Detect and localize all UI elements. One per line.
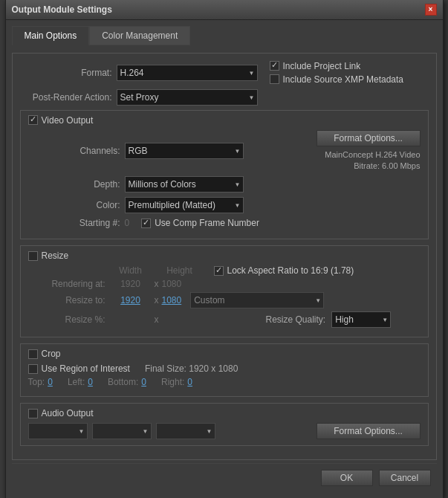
resize-quality-label: Resize Quality: bbox=[266, 314, 326, 325]
top-checkboxes: Include Project Link Include Source XMP … bbox=[270, 61, 404, 85]
format-row: Format: H.264 AVI QuickTime MP4 Include … bbox=[20, 61, 429, 85]
codec-info-line2: Bitrate: 6.00 Mbps bbox=[325, 161, 420, 172]
resize-pct-x-sep: x bbox=[155, 314, 159, 325]
video-output-section: Video Output Channels: RGB RGBA Alpha Fo… bbox=[20, 110, 429, 240]
use-comp-frame-text: Use Comp Frame Number bbox=[155, 218, 259, 228]
depth-row: Depth: Millions of Colors Trillions of C… bbox=[28, 176, 421, 193]
audio-select3-wrapper bbox=[156, 423, 215, 439]
resize-quality-select[interactable]: High Medium Low bbox=[331, 311, 391, 328]
rendering-h: 1080 bbox=[162, 279, 182, 289]
video-output-checkbox[interactable] bbox=[28, 115, 38, 125]
video-output-label: Video Output bbox=[42, 115, 94, 126]
codec-info: MainConcept H.264 Video Bitrate: 6.00 Mb… bbox=[325, 149, 420, 172]
resize-pct-label: Resize %: bbox=[36, 314, 110, 325]
use-comp-frame-checkbox[interactable] bbox=[141, 219, 151, 228]
resize-checkbox[interactable] bbox=[28, 251, 38, 261]
tab-color-management[interactable]: Color Management bbox=[89, 26, 190, 45]
close-button[interactable]: × bbox=[425, 4, 437, 16]
top-value[interactable]: 0 bbox=[48, 377, 53, 387]
include-project-link-checkbox[interactable] bbox=[270, 61, 279, 71]
depth-select[interactable]: Millions of Colors Trillions of Colors M… bbox=[125, 176, 244, 193]
resize-section: Resize Width Height Lock Aspect Ratio to… bbox=[20, 245, 429, 337]
rendering-x-sep: x bbox=[155, 279, 159, 289]
include-source-xmp-label[interactable]: Include Source XMP Metadata bbox=[270, 74, 404, 85]
dialog-title: Output Module Settings bbox=[12, 4, 112, 15]
dialog-window: Output Module Settings × Main Options Co… bbox=[5, 0, 444, 498]
tab-bar: Main Options Color Management bbox=[12, 26, 437, 45]
right-value[interactable]: 0 bbox=[187, 377, 192, 387]
tab-main-options[interactable]: Main Options bbox=[12, 26, 90, 45]
audio-select-1[interactable] bbox=[28, 423, 88, 439]
ok-button[interactable]: OK bbox=[321, 470, 373, 486]
rendering-at-label: Rendering at: bbox=[36, 279, 110, 289]
col-height-label: Height bbox=[159, 265, 201, 276]
dialog-content: Main Options Color Management Format: H.… bbox=[6, 20, 443, 498]
channels-select[interactable]: RGB RGBA Alpha bbox=[125, 143, 244, 159]
right-label: Right: bbox=[161, 377, 184, 387]
format-options-button[interactable]: Format Options... bbox=[316, 130, 421, 146]
depth-select-wrapper: Millions of Colors Trillions of Colors M… bbox=[125, 176, 244, 193]
video-output-title: Video Output bbox=[28, 115, 421, 126]
cancel-button[interactable]: Cancel bbox=[379, 470, 431, 486]
bottom-label: Bottom: bbox=[108, 377, 138, 387]
audio-select-2[interactable] bbox=[92, 423, 152, 439]
resize-to-label: Resize to: bbox=[36, 295, 110, 305]
audio-select2-wrapper bbox=[92, 423, 152, 439]
use-roi-label[interactable]: Use Region of Interest bbox=[28, 363, 130, 374]
format-select[interactable]: H.264 AVI QuickTime MP4 bbox=[117, 65, 258, 81]
channels-label: Channels: bbox=[28, 146, 125, 156]
depth-label: Depth: bbox=[28, 179, 125, 190]
include-source-xmp-checkbox[interactable] bbox=[270, 74, 279, 84]
codec-info-line1: MainConcept H.264 Video bbox=[325, 149, 420, 161]
resize-pct-row: Resize %: x Resize Quality: High Medium … bbox=[36, 311, 421, 328]
crop-title: Crop bbox=[28, 349, 421, 359]
audio-select-3[interactable] bbox=[156, 423, 215, 439]
main-panel: Format: H.264 AVI QuickTime MP4 Include … bbox=[12, 53, 437, 461]
starting-label: Starting #: bbox=[28, 218, 125, 228]
crop-checkbox[interactable] bbox=[28, 349, 38, 359]
resize-to-row: Resize to: 1920 x 1080 Custom NTSC DV PA… bbox=[36, 292, 421, 308]
audio-format-options-button[interactable]: Format Options... bbox=[316, 423, 421, 439]
lock-aspect-text: Lock Aspect Ratio to 16:9 (1.78) bbox=[227, 265, 354, 276]
use-roi-text: Use Region of Interest bbox=[42, 363, 130, 374]
audio-select1-wrapper bbox=[28, 423, 88, 439]
bottom-value[interactable]: 0 bbox=[141, 377, 146, 387]
use-roi-checkbox[interactable] bbox=[28, 364, 38, 374]
color-select[interactable]: Premultiplied (Matted) Straight (Unmatte… bbox=[125, 197, 244, 213]
resize-title: Resize bbox=[28, 250, 421, 261]
use-comp-frame-label[interactable]: Use Comp Frame Number bbox=[141, 218, 259, 228]
rendering-at-row: Rendering at: 1920 x 1080 bbox=[36, 279, 421, 289]
audio-output-section: Audio Output bbox=[20, 403, 429, 446]
color-row: Color: Premultiplied (Matted) Straight (… bbox=[28, 197, 421, 213]
final-size-text: Final Size: 1920 x 1080 bbox=[145, 363, 238, 374]
crop-section: Crop Use Region of Interest Final Size: … bbox=[20, 343, 429, 397]
starting-value: 0 bbox=[125, 218, 130, 228]
crop-use-roi-row: Use Region of Interest Final Size: 1920 … bbox=[28, 363, 421, 374]
resize-quality-select-wrapper: High Medium Low bbox=[331, 311, 391, 328]
resize-custom-select[interactable]: Custom NTSC DV PAL DV 720p 1080p bbox=[190, 292, 324, 308]
crop-values-row: Top: 0 Left: 0 Bottom: 0 Right: 0 bbox=[28, 377, 421, 387]
title-bar: Output Module Settings × bbox=[6, 0, 443, 20]
top-label: Top: bbox=[28, 377, 45, 387]
include-project-link-label[interactable]: Include Project Link bbox=[270, 61, 404, 71]
post-render-select[interactable]: Set Proxy Import Import & Replace Usage … bbox=[117, 89, 258, 106]
rendering-w: 1920 bbox=[110, 279, 152, 289]
audio-output-checkbox[interactable] bbox=[28, 409, 38, 418]
channels-row: Channels: RGB RGBA Alpha Format Options.… bbox=[28, 130, 421, 172]
dialog-footer: OK Cancel bbox=[12, 463, 437, 492]
format-label: Format: bbox=[20, 68, 117, 78]
resize-to-w[interactable]: 1920 bbox=[110, 295, 152, 305]
format-select-wrapper: H.264 AVI QuickTime MP4 bbox=[117, 65, 258, 81]
post-render-row: Post-Render Action: Set Proxy Import Imp… bbox=[20, 89, 429, 106]
lock-aspect-checkbox[interactable] bbox=[214, 266, 224, 276]
lock-aspect-label[interactable]: Lock Aspect Ratio to 16:9 (1.78) bbox=[214, 265, 354, 276]
resize-to-x-sep: x bbox=[155, 295, 159, 305]
resize-to-h[interactable]: 1080 bbox=[162, 295, 182, 305]
audio-output-title: Audio Output bbox=[28, 408, 421, 418]
left-value[interactable]: 0 bbox=[88, 377, 93, 387]
starting-row: Starting #: 0 Use Comp Frame Number bbox=[28, 218, 421, 228]
resize-label: Resize bbox=[42, 250, 69, 261]
crop-label: Crop bbox=[42, 349, 61, 359]
post-render-select-wrapper: Set Proxy Import Import & Replace Usage … bbox=[117, 89, 258, 106]
resize-header-row: Width Height Lock Aspect Ratio to 16:9 (… bbox=[36, 265, 421, 276]
